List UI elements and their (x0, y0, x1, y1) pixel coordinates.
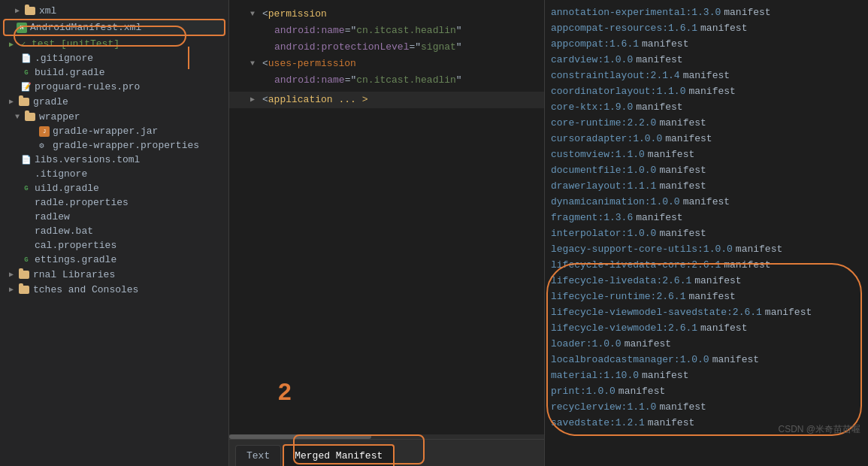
sidebar-item-label: build.gradle (35, 67, 105, 78)
sidebar-item-build-gradle[interactable]: G build.gradle (0, 65, 228, 80)
toml-icon: 📄 (21, 155, 32, 165)
sidebar-item-scratches[interactable]: ▶ tches and Consoles (0, 282, 228, 297)
sidebar-item-local-props[interactable]: cal.properties (0, 238, 228, 253)
sidebar-item-label: uild.gradle (35, 183, 99, 194)
manifest-list-item: core-runtime:2.2.0manifest (551, 115, 862, 131)
manifest-file-icon: M (17, 23, 27, 33)
arrow-icon: ▼ (12, 111, 23, 122)
sidebar-item-label: gradle-wrapper.properties (53, 140, 199, 151)
sidebar-item-gitignore[interactable]: 📄 .gitignore (0, 51, 228, 65)
sidebar-item-label: libs.versions.toml (35, 154, 140, 165)
manifest-list-item: cardview:1.0.0manifest (551, 52, 862, 68)
editor-tab-bar[interactable]: Text Merged Manifest (229, 439, 544, 466)
gradleprops-icon (21, 198, 32, 208)
collapse-arrow[interactable]: ▼ (250, 56, 259, 71)
folder-icon (18, 95, 30, 107)
arrow-icon: ▶ (6, 39, 17, 50)
manifest-list-item: dynamicanimation:1.0.0manifest (551, 194, 862, 210)
sidebar-item-label: radlew.bat (35, 225, 93, 237)
proguard-icon: 📝 (21, 82, 32, 92)
sidebar-item-label: gradle-wrapper.jar (53, 126, 158, 137)
sidebar-item-test[interactable]: ▶ ✓ test [unitTest] (0, 37, 228, 51)
gitignore2-icon (21, 169, 32, 180)
test-icon: ✓ (18, 39, 29, 50)
manifest-list-item: interpolator:1.0.0manifest (551, 225, 862, 241)
jar-icon: J (39, 126, 50, 137)
sidebar-item-label: tches and Consoles (33, 284, 138, 295)
sidebar-item-libs-versions[interactable]: 📄 libs.versions.toml (0, 153, 228, 167)
sidebar-item-gradle-properties[interactable]: ⚙ gradle-wrapper.properties (0, 138, 228, 153)
sidebar-item-label: cal.properties (35, 240, 116, 251)
manifest-list-item: constraintlayout:2.1.4manifest (551, 68, 862, 83)
manifest-list-item: lifecycle-viewmodel:2.6.1manifest (551, 320, 862, 336)
code-line-uses-permission: ▼ <uses-permission (229, 56, 544, 72)
code-line-attr1: android:name="cn.itcast.headlin" (229, 23, 544, 39)
folder-icon (18, 283, 30, 295)
settings-icon: ⚙ (39, 141, 50, 151)
sidebar-item-gitignore2[interactable]: .itignore (0, 167, 228, 181)
manifest-list-item: localbroadcastmanager:1.0.0manifest (551, 352, 862, 368)
code-line-attr3: android:name="cn.itcast.headlin" (229, 72, 544, 89)
sidebar-item-external-libs[interactable]: ▶ rnal Libraries (0, 267, 228, 282)
sidebar-item-gradle-folder[interactable]: ▶ gradle (0, 94, 228, 109)
sidebar-item-xml[interactable]: ▶ xml (0, 3, 228, 18)
gradlew-icon (21, 212, 32, 222)
sidebar-item-gradle-jar[interactable]: J gradle-wrapper.jar (0, 124, 228, 138)
arrow-icon: ▶ (6, 284, 17, 295)
arrow-icon: ▶ (12, 5, 23, 16)
scrollbar-thumb (229, 434, 371, 439)
manifest-list-item: customview:1.1.0manifest (551, 147, 862, 162)
sidebar-item-gradlew-bat[interactable]: radlew.bat (0, 224, 228, 238)
gradle-icon: G (21, 68, 32, 78)
settingsgradle-icon: G (21, 255, 32, 265)
manifest-list-item: coordinatorlayout:1.1.0manifest (551, 83, 862, 99)
folder-icon (24, 5, 36, 17)
manifest-list-panel: annotation-experimental:1.3.0manifestapp… (545, 0, 868, 466)
manifest-list-item: recyclerview:1.1.0manifest (551, 399, 862, 415)
manifest-list-item: documentfile:1.0.0manifest (551, 162, 862, 178)
watermark: CSDN @米奇苗苗喔 (778, 423, 860, 436)
sidebar-item-androidmanifest[interactable]: M AndroidManifest.xml (3, 19, 225, 36)
gitignore-icon: 📄 (21, 53, 32, 64)
manifest-list-item: appcompat-resources:1.6.1manifest (551, 20, 862, 36)
sidebar-item-label: radle.properties (35, 197, 129, 208)
sidebar-item-settings-gradle[interactable]: G ettings.gradle (0, 253, 228, 267)
tab-merged-manifest[interactable]: Merged Manifest (283, 444, 395, 466)
sidebar-item-wrapper[interactable]: ▼ wrapper (0, 109, 228, 124)
sidebar-item-label: test [unitTest] (32, 38, 119, 50)
folder-icon (24, 110, 36, 123)
manifest-list-item: lifecycle-livedata-core:2.6.1manifest (551, 257, 862, 273)
manifest-list-item: fragment:1.3.6manifest (551, 210, 862, 225)
sidebar-item-label: ettings.gradle (35, 254, 116, 265)
sidebar-item-gradlew[interactable]: radlew (0, 210, 228, 224)
sidebar-item-label: rnal Libraries (33, 269, 115, 280)
code-line-application: ▶ <application ... > (229, 92, 544, 108)
collapse-arrow[interactable]: ▼ (250, 7, 259, 22)
collapse-arrow[interactable]: ▶ (250, 92, 259, 107)
manifest-list-item: core-ktx:1.9.0manifest (551, 99, 862, 115)
editor-content[interactable]: ▼ <permission android:name="cn.itcast.he… (229, 0, 544, 434)
gradlewbat-icon (21, 226, 32, 237)
manifest-list-item: annotation-experimental:1.3.0manifest (551, 5, 862, 20)
file-tree[interactable]: ▶ xml M AndroidManifest.xml ▶ ✓ test [un… (0, 0, 229, 466)
manifest-list-item: lifecycle-livedata:2.6.1manifest (551, 273, 862, 289)
sidebar-item-build-gradle2[interactable]: G uild.gradle (0, 181, 228, 195)
manifest-list-item: print:1.0.0manifest (551, 383, 862, 399)
editor-scrollbar[interactable] (229, 434, 544, 439)
manifest-list-item: lifecycle-viewmodel-savedstate:2.6.1mani… (551, 304, 862, 320)
code-line-attr2: android:protectionLevel="signat" (229, 39, 544, 56)
sidebar-item-gradle-props[interactable]: radle.properties (0, 195, 228, 210)
sidebar-item-label: .gitignore (35, 53, 93, 64)
code-editor: ▼ <permission android:name="cn.itcast.he… (229, 0, 545, 466)
sidebar-item-label: wrapper (39, 111, 80, 123)
tab-text[interactable]: Text (235, 445, 281, 466)
sidebar-item-proguard[interactable]: 📝 proguard-rules.pro (0, 80, 228, 94)
manifest-items: annotation-experimental:1.3.0manifestapp… (551, 5, 862, 431)
manifest-list-item: material:1.10.0manifest (551, 368, 862, 383)
manifest-list-item: drawerlayout:1.1.1manifest (551, 178, 862, 194)
manifest-list-item: cursoradapter:1.0.0manifest (551, 131, 862, 147)
sidebar-item-label: AndroidManifest.xml (30, 22, 141, 33)
sidebar-item-label: xml (39, 5, 56, 17)
arrow-icon: ▶ (6, 96, 17, 107)
arrow-icon: ▶ (6, 269, 17, 280)
